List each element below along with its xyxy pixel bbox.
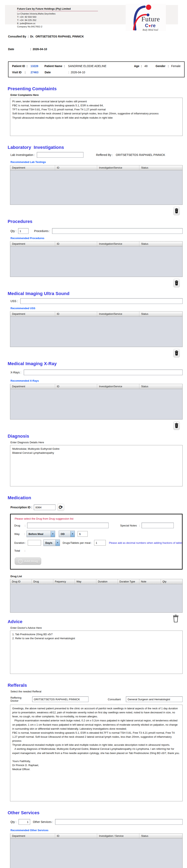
procedures-table[interactable]: Department ID Investigation/Service Stat… bbox=[10, 241, 183, 277]
drug-input[interactable] bbox=[27, 523, 109, 528]
other-services-qty-input[interactable] bbox=[18, 819, 30, 825]
consultant-input[interactable] bbox=[126, 696, 183, 702]
duration-unit-select[interactable]: Day/s ▼ bbox=[43, 539, 60, 546]
other-services-input[interactable] bbox=[55, 819, 183, 825]
column-header-investigation: Investigation/Service bbox=[97, 165, 139, 170]
uss-input[interactable] bbox=[20, 298, 183, 304]
add-drug-label: Add Drug bbox=[24, 559, 38, 563]
consulted-by-label: Consulted By : bbox=[8, 35, 30, 38]
procedures-input[interactable] bbox=[52, 228, 183, 234]
drug-list-label: Drug List bbox=[10, 575, 183, 578]
recommended-xrays-label: Recommended X-Rays bbox=[10, 379, 183, 382]
referral-select-label: Select the needed Refferal bbox=[10, 690, 183, 693]
referral-letter-textarea[interactable]: Greetings, the above named patient prese… bbox=[10, 705, 183, 801]
other-services-label: Other Services : bbox=[33, 820, 53, 824]
procedures-qty-input[interactable] bbox=[18, 228, 29, 234]
column-header-qty: Qty bbox=[161, 579, 182, 584]
uss-table[interactable]: Department ID Investigation/Service Stat… bbox=[10, 311, 183, 347]
frequency-select[interactable]: OD ▼ bbox=[59, 531, 75, 537]
recommended-uss-label: Recommended USS bbox=[10, 307, 183, 310]
way-select[interactable]: Before Meal ▼ bbox=[27, 531, 55, 537]
delete-procedure-button[interactable]: ↻ bbox=[173, 279, 180, 287]
column-header-investigation: Investigation / Service bbox=[97, 834, 139, 838]
drug-suggestion-warning: Please select the Drug from Drug suggess… bbox=[15, 517, 182, 520]
way-qty-input[interactable] bbox=[78, 531, 88, 537]
patient-id-label: Patient ID : bbox=[12, 64, 30, 68]
add-drug-button[interactable]: + Add Drug bbox=[15, 557, 41, 565]
recommended-procedures-label: Recommended Procedures bbox=[10, 237, 183, 240]
per-meal-input[interactable] bbox=[94, 540, 106, 546]
logo-tagline: Body Mind Soul bbox=[143, 28, 158, 31]
lab-testings-table-body[interactable] bbox=[10, 170, 182, 205]
patient-id-value: 13228 bbox=[30, 64, 44, 68]
section-title-procedures: Procedures bbox=[8, 219, 187, 224]
table-header-row: Department ID Investigation / Service St… bbox=[10, 834, 182, 839]
delete-xray-button[interactable]: ↻ bbox=[173, 422, 180, 430]
company-address: Le Chainter,Victoria,Mahe,Seychelles bbox=[17, 12, 98, 15]
uss-table-body[interactable] bbox=[10, 317, 182, 347]
refresh-icon: ⟳ bbox=[59, 505, 63, 510]
complaints-textarea[interactable]: Pt seen, tender bilateral cervical later… bbox=[10, 98, 183, 136]
procedures-table-body[interactable] bbox=[10, 247, 182, 277]
delete-uss-button[interactable]: ↻ bbox=[173, 349, 180, 358]
lab-investigation-input[interactable] bbox=[37, 152, 83, 158]
drug-list-table-body[interactable] bbox=[10, 584, 182, 613]
trash-icon: ↻ bbox=[175, 350, 179, 356]
lab-investigation-label: Lab Investingation : bbox=[10, 153, 35, 156]
recommended-other-services-label: Recommended Other Services bbox=[10, 829, 183, 832]
chevron-down-icon: ▼ bbox=[55, 540, 60, 546]
chevron-down-icon: ▼ bbox=[70, 531, 75, 537]
visit-id-label: Visit ID : bbox=[12, 71, 31, 74]
prescription-id-label: Prescription ID : bbox=[10, 506, 32, 509]
advice-textarea[interactable]: 1. Tab Prednisolone 20mg BD x5/7 2. Refe… bbox=[10, 630, 183, 674]
drug-list-table[interactable]: Drug ID Drug Fequency Way Duration Durat… bbox=[10, 579, 183, 613]
company-number: Company No.8417652-2 bbox=[17, 25, 98, 28]
special-notes-input[interactable] bbox=[142, 523, 174, 528]
column-header-department: Department bbox=[10, 312, 55, 316]
referred-by-label: Reffered By : bbox=[96, 153, 113, 156]
prescription-id-input[interactable] bbox=[34, 504, 55, 510]
table-header-row: Department ID Investigation/Service Stat… bbox=[10, 242, 182, 247]
delete-drug-button[interactable] bbox=[172, 614, 180, 624]
column-header-duration: Duration bbox=[96, 579, 118, 584]
column-header-note: Note bbox=[139, 579, 161, 584]
svg-text:↻: ↻ bbox=[176, 352, 177, 354]
delete-lab-testing-button[interactable]: ↻ bbox=[173, 207, 180, 215]
column-header-department: Department bbox=[10, 242, 55, 246]
column-header-department: Department bbox=[10, 384, 55, 389]
xrays-input[interactable] bbox=[24, 370, 183, 375]
refresh-prescription-button[interactable]: ⟳ bbox=[57, 504, 64, 511]
visit-id-value: 27463 bbox=[31, 71, 45, 74]
diagnosis-textarea[interactable]: Multinodular, Multicystic Euthyroid Goit… bbox=[10, 445, 183, 486]
way-selected-value: Before Meal bbox=[27, 531, 51, 537]
table-header-row: Drug ID Drug Fequency Way Duration Durat… bbox=[10, 579, 182, 584]
svg-text:↻: ↻ bbox=[176, 210, 177, 212]
company-email: E: jude@future.sc bbox=[17, 22, 98, 25]
consulted-by-value: Dr. ORITSETSETOS RAPHAEL PINNICK bbox=[30, 35, 84, 38]
age-label: Age : bbox=[134, 64, 144, 68]
section-title-other-services: Other Services bbox=[8, 810, 187, 815]
xray-table-body[interactable] bbox=[10, 389, 182, 419]
trash-icon: ↻ bbox=[175, 208, 179, 214]
company-phone-1: T: +24 82 593 593 bbox=[17, 15, 98, 19]
gender-label: Gender : bbox=[156, 64, 171, 68]
duration-unit-value: Day/s bbox=[44, 540, 55, 546]
letterhead: Future Care by Future Holdings (Pty) Lim… bbox=[5, 5, 178, 24]
other-services-table-body[interactable] bbox=[10, 839, 182, 868]
duration-input[interactable] bbox=[28, 540, 41, 546]
visit-date-value: : 2026-04-10 bbox=[68, 71, 85, 74]
age-value: 48 bbox=[144, 64, 156, 68]
section-title-laboratory-investigations: Laboratory Investigations bbox=[8, 145, 187, 150]
uss-label: USS : bbox=[10, 300, 18, 303]
column-header-department: Department bbox=[10, 834, 55, 838]
lab-testings-table[interactable]: Department ID Investigation/Service Stat… bbox=[10, 165, 183, 205]
section-title-presenting-complaints: Presenting Complaints bbox=[8, 86, 187, 91]
section-title-xray: Medical Imaging X-Ray bbox=[8, 361, 187, 366]
other-services-table[interactable]: Department ID Investigation / Service St… bbox=[10, 833, 183, 868]
plus-circle-icon: + bbox=[18, 559, 23, 563]
xray-table[interactable]: Department ID Investigation/Service Stat… bbox=[10, 384, 183, 420]
procedures-qty-label: Qty : bbox=[10, 229, 16, 232]
company-name: Future Care by Future Holdings (Pty) Lim… bbox=[17, 7, 98, 11]
table-header-row: Department ID Investigation/Service Stat… bbox=[10, 384, 182, 389]
referring-doctor-input[interactable] bbox=[32, 696, 88, 702]
